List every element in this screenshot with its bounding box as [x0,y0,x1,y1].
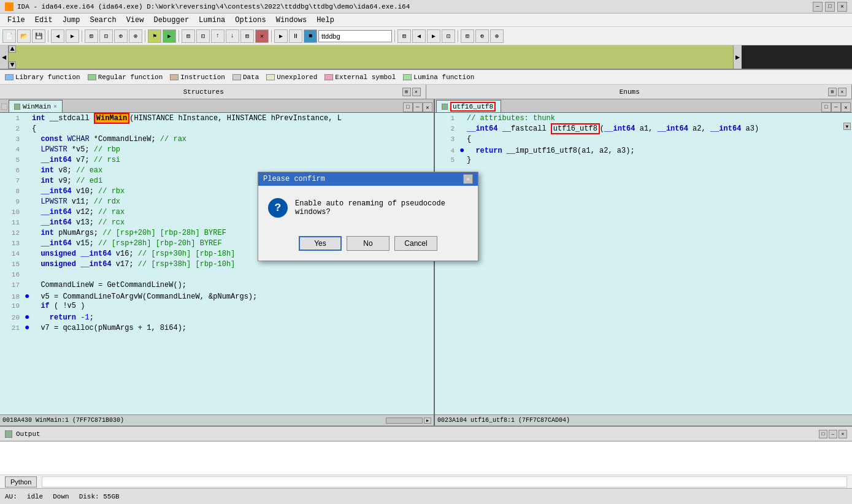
right-code-body: 1 // attributes: thunk 2 __int64 __fastc… [435,113,852,414]
toolbar-btn-9[interactable]: ↑ [211,29,225,43]
structures-btn-2[interactable]: ✕ [412,88,421,96]
toolbar-open[interactable]: 📂 [17,29,31,43]
legend-bar: Library function Regular function Instru… [0,70,852,85]
menu-windows[interactable]: Windows [271,15,312,26]
toolbar-btn-18[interactable]: ⊡ [442,29,455,43]
dialog-yes-button[interactable]: Yes [299,236,342,251]
tab-winmain[interactable]: WinMain ✕ [9,100,63,112]
toolbar-btn-16[interactable]: ◀ [412,29,426,43]
code-line-21: 21 ● v7 = qcalloc(pNumArgs + 1, 8i64); [0,323,434,333]
status-au-value: idle [27,493,43,500]
menu-file[interactable]: File [2,15,30,26]
toolbar-btn-19[interactable]: ⊞ [461,29,474,43]
output-close[interactable]: ✕ [839,430,847,438]
graph-scroll-left[interactable]: ◀ [0,45,9,69]
toolbar-btn-11[interactable]: ⊞ [240,29,254,43]
tab-utf16[interactable]: utf16_utf8 [436,100,501,112]
func-winmain[interactable]: WinMain [94,113,129,124]
utf16-tab-icon [442,104,448,110]
python-bar: Python [0,475,852,488]
menubar: File Edit Jump Search View Debugger Lumi… [0,13,852,27]
legend-unexplored-label: Unexplored [277,74,317,81]
toolbar-btn-5[interactable]: ⊕ [114,29,128,43]
menu-help[interactable]: Help [312,15,339,26]
dialog-titlebar: Please confirm ✕ [258,172,478,186]
left-tab-icon[interactable] [1,101,7,112]
toolbar-back[interactable]: ◀ [51,29,64,43]
menu-edit[interactable]: Edit [30,15,58,26]
close-button[interactable]: ✕ [837,2,847,12]
legend-data-label: Data [243,74,259,81]
toolbar-btn-14[interactable]: ■ [304,29,317,43]
svg-rect-0 [1,104,7,110]
right-code-panel: utf16_utf8 □ — ✕ 1 // attributes: thunk [435,99,852,426]
menu-debugger[interactable]: Debugger [148,15,194,26]
graph-scroll-right[interactable]: ▶ [733,45,742,69]
enums-btn-1[interactable]: ⊞ [828,88,837,96]
toolbar-btn-12[interactable]: ▶ [274,29,288,43]
output-title-area: Output [5,430,40,438]
toolbar-save[interactable]: 💾 [32,29,45,43]
toolbar-btn-21[interactable]: ⊗ [490,29,504,43]
left-panel-restore[interactable]: — [413,102,423,112]
toolbar-btn-10[interactable]: ↓ [226,29,239,43]
toolbar-forward[interactable]: ▶ [66,29,79,43]
toolbar-btn-7[interactable]: ⊞ [182,29,195,43]
maximize-button[interactable]: □ [825,2,835,12]
toolbar-sep-4 [178,30,179,42]
func-utf16[interactable]: utf16_utf8 [551,123,600,134]
menu-jump[interactable]: Jump [58,15,85,26]
graph-scroll-up[interactable]: ▲ [9,45,16,53]
toolbar: 📄 📂 💾 ◀ ▶ ⊞ ⊡ ⊕ ⊗ ⚑ ▶ ⊞ ⊡ ↑ ↓ ⊞ ✕ ▶ ⏸ ■ … [0,27,852,45]
python-input[interactable] [42,476,847,487]
output-maximize[interactable]: □ [819,430,827,438]
code-line-19: 19 if ( !v5 ) [0,302,434,312]
toolbar-btn-8[interactable]: ⊡ [196,29,210,43]
right-code-line-3: 3 { [435,135,852,145]
left-hscroll[interactable] [386,418,423,424]
toolbar-bookmark[interactable]: ⚑ [148,29,161,43]
right-panel-maximize[interactable]: □ [821,102,831,112]
winmain-tab-icon [14,104,20,110]
dialog-cancel-button[interactable]: Cancel [394,236,437,251]
debugger-input[interactable] [318,30,392,42]
dialog-no-button[interactable]: No [347,236,390,251]
toolbar-run[interactable]: ▶ [163,29,176,43]
menu-view[interactable]: View [121,15,149,26]
dialog-close-button[interactable]: ✕ [463,174,473,184]
toolbar-btn-20[interactable]: ⊕ [475,29,489,43]
tab-winmain-close[interactable]: ✕ [53,103,56,110]
code-line-5: 5 __int64 v7; // rsi [0,156,434,166]
toolbar-btn-3[interactable]: ⊞ [85,29,98,43]
minimize-button[interactable]: — [813,2,823,12]
breakpoint-r4: ● [459,145,466,155]
python-button[interactable]: Python [5,476,37,487]
legend-lumina-label: Lumina function [413,74,474,81]
toolbar-btn-6[interactable]: ⊗ [129,29,142,43]
toolbar-btn-15[interactable]: ⊞ [397,29,411,43]
code-line-4: 4 LPWSTR *v5; // rbp [0,145,434,156]
structures-btn-1[interactable]: ⊞ [402,88,411,96]
menu-options[interactable]: Options [230,15,271,26]
right-panel-close[interactable]: ✕ [841,102,851,112]
legend-data-color [232,74,241,80]
kw-int: int [32,114,45,123]
left-scroll-right[interactable]: ▶ [424,418,431,424]
toolbar-btn-13[interactable]: ⏸ [289,29,302,43]
toolbar-btn-4[interactable]: ⊡ [99,29,113,43]
menu-lumina[interactable]: Lumina [194,15,230,26]
toolbar-btn-17[interactable]: ▶ [427,29,440,43]
graph-scroll-down[interactable]: ▼ [9,61,16,69]
toolbar-new[interactable]: 📄 [2,29,16,43]
toolbar-stop[interactable]: ✕ [255,29,269,43]
right-panel-restore[interactable]: — [831,102,841,112]
left-panel-maximize[interactable]: □ [403,102,413,112]
legend-library-color [5,74,13,80]
output-content [0,441,852,475]
menu-search[interactable]: Search [85,15,121,26]
left-vscroll-down[interactable]: ▼ [843,123,851,130]
enums-btn-2[interactable]: ✕ [838,88,846,96]
left-panel-close[interactable]: ✕ [423,102,432,112]
breakpoint-18: ● [25,291,31,301]
output-restore[interactable]: — [829,430,837,438]
